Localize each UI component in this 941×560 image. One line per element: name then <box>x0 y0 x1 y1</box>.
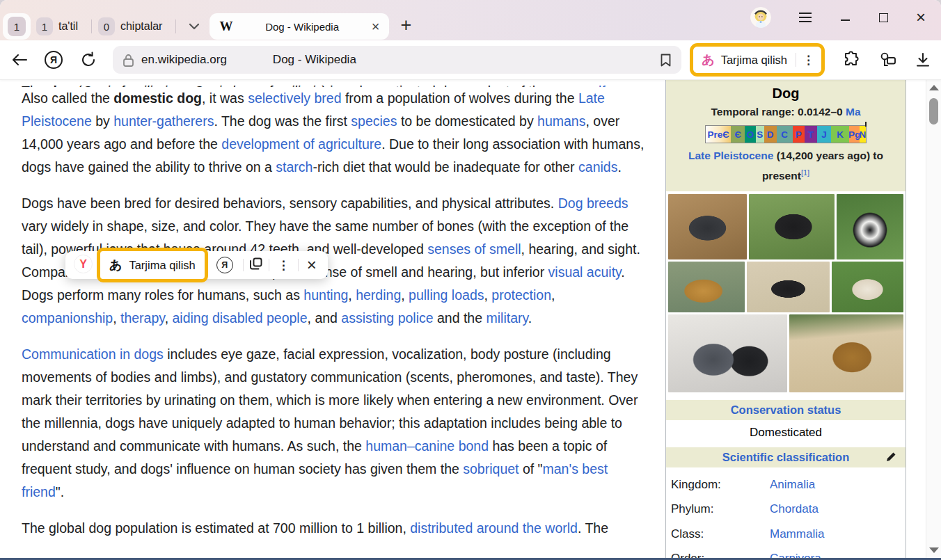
search-in-yandex-icon[interactable]: Я <box>216 257 233 273</box>
scrollbar[interactable] <box>926 80 941 558</box>
article-link[interactable]: Dog breeds <box>558 195 628 211</box>
downloads-icon[interactable] <box>915 51 931 68</box>
group-tatil-count[interactable]: 1 <box>36 17 53 35</box>
yandex-home-icon[interactable]: Я <box>45 51 63 69</box>
conservation-status-link[interactable]: Conservation status <box>731 403 841 416</box>
active-tab[interactable]: W Dog - Wikipedia × <box>209 13 389 40</box>
timescale-period-S[interactable]: S <box>756 126 764 143</box>
scroll-down-icon[interactable] <box>929 547 939 553</box>
tab-title: Dog - Wikipedia <box>232 21 371 33</box>
taxonomy-value-link[interactable]: Mammalia <box>770 527 824 541</box>
timescale-period-N[interactable]: N <box>860 126 866 143</box>
divider <box>796 53 796 67</box>
timescale-period-C[interactable]: C <box>777 126 793 143</box>
close-icon[interactable]: × <box>916 10 926 25</box>
taxonomy-value-link[interactable]: Animalia <box>770 478 815 492</box>
timescale-period-K[interactable]: K <box>831 126 849 143</box>
article-text-run: , <box>401 287 409 303</box>
article-link[interactable]: military <box>486 310 528 326</box>
taxonomy-value-link[interactable]: Chordata <box>770 502 819 516</box>
article-link[interactable]: distributed around the world <box>410 520 578 536</box>
menu-icon[interactable] <box>799 13 812 22</box>
reference-link[interactable]: [1] <box>801 168 809 177</box>
close-popup-icon[interactable]: × <box>307 257 317 273</box>
group-tatil-label[interactable]: ta'til <box>58 20 78 33</box>
tab-strip: 1 1 ta'til 0 chiptalar W Dog - Wikipedia… <box>0 0 941 40</box>
dog-photo-black-lab-snow[interactable] <box>747 262 830 312</box>
article-link[interactable]: therapy <box>120 310 165 326</box>
timescale-period-Pg[interactable]: Pg <box>849 126 860 143</box>
timescale-period-P[interactable]: P <box>793 126 805 143</box>
timescale-period-Є[interactable]: Є <box>731 126 745 143</box>
article-link[interactable]: hunter-gatherers <box>113 113 214 129</box>
dog-photo-grid <box>666 191 906 392</box>
scientific-classification-link[interactable]: Scientific classification <box>722 451 849 463</box>
article-link[interactable]: sobriquet <box>463 461 519 477</box>
dog-photo-mottled-running[interactable] <box>668 194 747 259</box>
group-chiptalar-count[interactable]: 0 <box>98 17 115 35</box>
article-link[interactable]: pulling loads <box>409 287 484 303</box>
divider <box>298 259 299 271</box>
article-text-run: by <box>92 113 113 129</box>
article-link[interactable]: assisting police <box>341 310 433 326</box>
article-link[interactable]: Communication in dogs <box>22 346 164 362</box>
dog-photo-black-white-grass[interactable] <box>749 194 835 259</box>
dog-photo-beach-dogs[interactable] <box>789 314 903 392</box>
timescale-period-J[interactable]: J <box>817 126 831 143</box>
edit-pencil-icon[interactable] <box>885 451 896 465</box>
more-options-icon[interactable]: ⋮ <box>278 258 290 273</box>
extensions-puzzle-icon[interactable] <box>842 51 860 69</box>
timescale-period-O[interactable]: O <box>745 126 755 143</box>
timescale-period-T[interactable]: T <box>805 126 817 143</box>
dog-photo-sled-dogs-snow[interactable] <box>668 314 787 392</box>
article-link[interactable]: hunting <box>303 287 348 303</box>
popup-translate-button[interactable]: Tarjima qilish <box>129 259 195 272</box>
translate-button[interactable]: あ Tarjima qilish ⋮ <box>693 47 821 73</box>
article-link[interactable]: aiding disabled people <box>172 310 307 326</box>
copy-icon[interactable] <box>249 257 263 273</box>
minimize-icon[interactable] <box>841 19 850 21</box>
article-text-run: includes eye gaze, facial expression, vo… <box>22 346 638 454</box>
article-link[interactable]: starch <box>276 159 313 175</box>
taxonomy-value-link[interactable]: Carnivora <box>770 552 821 558</box>
article-link[interactable]: development of agriculture <box>221 136 381 152</box>
password-manager-key-icon[interactable] <box>878 51 897 69</box>
late-pleistocene-link[interactable]: Late Pleistocene <box>688 150 773 161</box>
article-link[interactable]: herding <box>356 287 401 303</box>
profile-avatar[interactable] <box>750 7 771 28</box>
taxonomy-rank-label: Phylum: <box>671 502 770 516</box>
article-link[interactable]: human–canine bond <box>365 438 489 454</box>
scroll-up-icon[interactable] <box>929 85 939 90</box>
back-icon[interactable] <box>11 54 28 66</box>
tab-group-chip[interactable]: 1 <box>3 13 31 40</box>
new-tab-button[interactable]: + <box>400 16 411 35</box>
group-chiptalar-label[interactable]: chiptalar <box>120 20 162 33</box>
timescale-period-PreЄ[interactable]: PreЄ <box>706 126 731 143</box>
article-link[interactable]: senses of smell <box>427 241 521 257</box>
chevron-down-icon[interactable] <box>189 23 200 30</box>
tab-close-icon[interactable]: × <box>372 19 380 33</box>
article-link[interactable]: humans <box>537 113 585 129</box>
scrollbar-thumb[interactable] <box>929 98 938 125</box>
article-link[interactable]: protection <box>491 287 551 303</box>
maximize-icon[interactable] <box>879 13 888 22</box>
dog-photo-terrier-grass[interactable] <box>832 262 903 312</box>
bookmark-icon[interactable] <box>660 53 672 67</box>
paragraph-1: Also called the domestic dog, it was sel… <box>22 87 647 179</box>
more-options-icon[interactable]: ⋮ <box>802 53 814 67</box>
dog-photo-japanese-chin[interactable] <box>837 194 903 259</box>
reload-icon[interactable] <box>81 51 97 68</box>
browser-window: 1 1 ta'til 0 chiptalar W Dog - Wikipedia… <box>0 0 941 560</box>
dog-photo-golden-water[interactable] <box>668 262 745 312</box>
address-bar[interactable]: en.wikipedia.org Dog - Wikipedia <box>113 46 681 74</box>
ma-link[interactable]: Ma <box>846 106 861 118</box>
scientific-classification-header: Scientific classification <box>666 447 906 467</box>
article-link[interactable]: companionship <box>22 310 113 326</box>
timescale-period-D[interactable]: D <box>764 126 777 143</box>
article-link[interactable]: selectively bred <box>248 90 341 106</box>
article-link[interactable]: species <box>351 113 397 129</box>
article-link[interactable]: canids <box>578 159 617 175</box>
tab-group-chip-count: 1 <box>8 17 26 36</box>
article-link[interactable]: visual acuity <box>548 264 622 280</box>
photo-row <box>668 194 903 259</box>
